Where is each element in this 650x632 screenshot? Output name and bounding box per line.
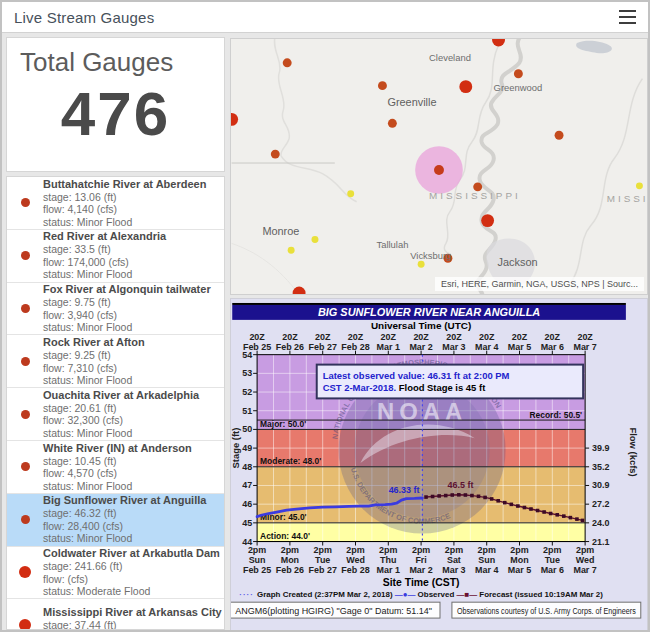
- lake: [576, 41, 612, 53]
- gauge-item-text: Rock River at Aftonstage: 9.25 (ft)flow:…: [43, 336, 224, 387]
- svg-text:Mar 6: Mar 6: [541, 342, 564, 352]
- observations-credit-box: Observations courtesy of U.S. Army Corps…: [452, 602, 641, 618]
- svg-text:Mar 4: Mar 4: [475, 565, 498, 575]
- map-label: Jackson: [498, 256, 538, 268]
- map-attribution: Esri, HERE, Garmin, NGA, USGS, NPS | Sou…: [435, 277, 644, 291]
- svg-text:2pm: 2pm: [510, 545, 528, 555]
- chart-bottom-axis-title: Site Time (CST): [383, 577, 460, 588]
- gauge-dot[interactable]: [555, 131, 564, 140]
- svg-text:47: 47: [242, 480, 252, 490]
- map-panel[interactable]: ClevelandGreenwoodGreenvilleMISSISSIPPIM…: [230, 38, 648, 295]
- gauge-item-text: Fox River at Algonquin tailwaterstage: 9…: [43, 283, 224, 334]
- svg-text:Mar 3: Mar 3: [442, 565, 465, 575]
- svg-text:35.2: 35.2: [592, 462, 609, 472]
- gauge-item-text: Coldwater River at Arkabutla Damstage: 2…: [43, 547, 224, 598]
- svg-text:Sun: Sun: [478, 555, 495, 565]
- svg-text:CST 2-Mar-2018. Flood Stage is: CST 2-Mar-2018. Flood Stage is 45 ft: [323, 382, 486, 393]
- flood-boundary-label: Major: 50.0': [260, 419, 306, 429]
- gauge-item-text: Red River at Alexandriastage: 33.5 (ft)f…: [43, 230, 224, 281]
- gauge-status-dot: [7, 410, 43, 419]
- gauge-dot[interactable]: [231, 113, 238, 126]
- svg-text:Mar 4: Mar 4: [475, 342, 498, 352]
- gauge-list-item[interactable]: Mississippi River at Arkansas Citystage:…: [7, 599, 224, 630]
- gauge-dot[interactable]: [293, 287, 306, 294]
- svg-text:Mar 5: Mar 5: [508, 565, 531, 575]
- svg-text:Feb 26: Feb 26: [276, 565, 304, 575]
- gauge-list-item[interactable]: Red River at Alexandriastage: 33.5 (ft)f…: [7, 230, 224, 283]
- svg-text:Feb 25: Feb 25: [243, 565, 271, 575]
- gauge-dot[interactable]: [514, 69, 523, 78]
- gauge-dot[interactable]: [283, 58, 292, 67]
- svg-text:Sat: Sat: [447, 555, 461, 565]
- svg-text:52: 52: [242, 387, 252, 397]
- svg-text:20Z: 20Z: [315, 332, 331, 342]
- svg-text:Sun: Sun: [249, 555, 266, 565]
- svg-text:54: 54: [242, 350, 252, 360]
- chart-title: BIG SUNFLOWER RIVER NEAR ANGUILLA: [318, 306, 540, 318]
- svg-text:Mon: Mon: [281, 555, 299, 565]
- map-label: Tallulah: [376, 239, 408, 250]
- gauge-list-item[interactable]: Buttahatchie River at Aberdeenstage: 13.…: [7, 177, 224, 230]
- flood-boundary-label: Moderate: 48.0': [260, 456, 321, 466]
- svg-text:20Z: 20Z: [577, 332, 593, 342]
- gauge-dot[interactable]: [378, 81, 387, 90]
- menu-button[interactable]: [619, 8, 636, 26]
- svg-text:2pm: 2pm: [248, 545, 266, 555]
- svg-text:48: 48: [242, 462, 252, 472]
- gauge-dot[interactable]: [271, 150, 280, 159]
- svg-text:20Z: 20Z: [282, 332, 298, 342]
- svg-text:27.2: 27.2: [592, 499, 609, 509]
- map-label: Greenwood: [494, 82, 543, 93]
- svg-text:21.1: 21.1: [592, 537, 609, 547]
- svg-text:49: 49: [242, 443, 252, 453]
- gauge-dot[interactable]: [492, 39, 505, 46]
- svg-text:Mar 7: Mar 7: [573, 342, 596, 352]
- svg-text:Feb 27: Feb 27: [309, 565, 337, 575]
- gauge-dot[interactable]: [459, 80, 472, 93]
- gauge-dot[interactable]: [312, 236, 319, 243]
- svg-text:Wed: Wed: [346, 555, 365, 565]
- hydrograph-panel: BIG SUNFLOWER RIVER NEAR ANGUILLAUnivers…: [230, 298, 648, 632]
- svg-text:2pm: 2pm: [379, 545, 397, 555]
- page-title: Live Stream Gauges: [14, 9, 154, 26]
- svg-text:Mar 7: Mar 7: [573, 565, 596, 575]
- gauge-item-text: Buttahatchie River at Aberdeenstage: 13.…: [43, 178, 224, 229]
- gauge-list-item[interactable]: White River (IN) at Andersonstage: 10.45…: [7, 441, 224, 494]
- svg-text:2pm: 2pm: [412, 545, 430, 555]
- gauge-status-dot: [7, 462, 43, 471]
- app-window: Live Stream Gauges Total Gauges 476 Butt…: [0, 0, 650, 632]
- gauge-list: Buttahatchie River at Aberdeenstage: 13.…: [6, 176, 225, 630]
- gauge-list-item[interactable]: Coldwater River at Arkabutla Damstage: 2…: [7, 547, 224, 600]
- hamburger-icon: [619, 10, 636, 12]
- svg-text:Latest observed value: 46.31 f: Latest observed value: 46.31 ft at 2:00 …: [323, 370, 510, 381]
- gauge-dot[interactable]: [388, 119, 397, 128]
- gauge-item-text: Mississippi River at Arkansas Citystage:…: [43, 606, 224, 630]
- map-label: MISSISS: [607, 193, 647, 204]
- selected-gauge-dot[interactable]: [434, 165, 444, 175]
- gauge-list-item[interactable]: Big Sunflower River at Anguillastage: 46…: [7, 494, 224, 547]
- gauge-dot[interactable]: [418, 261, 425, 268]
- datum-info-box: ANGM6(plotting HGIRG) "Gage 0" Datum: 51…: [231, 602, 440, 618]
- value-annotation: 46.33 ft: [389, 485, 420, 495]
- latest-observed-infobox: Latest observed value: 46.31 ft at 2:00 …: [317, 365, 583, 399]
- total-gauges-card: Total Gauges 476: [6, 37, 225, 172]
- gauge-dot[interactable]: [481, 214, 494, 227]
- map-canvas[interactable]: ClevelandGreenwoodGreenvilleMISSISSIPPIM…: [231, 39, 647, 294]
- gauge-status-dot: [7, 304, 43, 313]
- gauge-dot[interactable]: [288, 247, 295, 254]
- gauge-list-item[interactable]: Ouachita River at Arkadelphiastage: 20.6…: [7, 388, 224, 441]
- gauge-status-dot: [7, 619, 43, 630]
- svg-text:53: 53: [242, 368, 252, 378]
- flow-axis-label: Flow (kcfs): [628, 427, 639, 476]
- svg-text:Feb 26: Feb 26: [276, 342, 304, 352]
- gauge-dot[interactable]: [636, 182, 643, 189]
- gauge-dot[interactable]: [347, 190, 354, 197]
- svg-text:Tue: Tue: [315, 555, 330, 565]
- svg-text:39.9: 39.9: [592, 443, 609, 453]
- svg-text:Mar 6: Mar 6: [541, 565, 564, 575]
- svg-text:Mon: Mon: [510, 555, 528, 565]
- gauge-list-item[interactable]: Fox River at Algonquin tailwaterstage: 9…: [7, 283, 224, 336]
- gauge-status-dot: [7, 198, 43, 207]
- gauge-list-item[interactable]: Rock River at Aftonstage: 9.25 (ft)flow:…: [7, 335, 224, 388]
- svg-text:44: 44: [242, 537, 252, 547]
